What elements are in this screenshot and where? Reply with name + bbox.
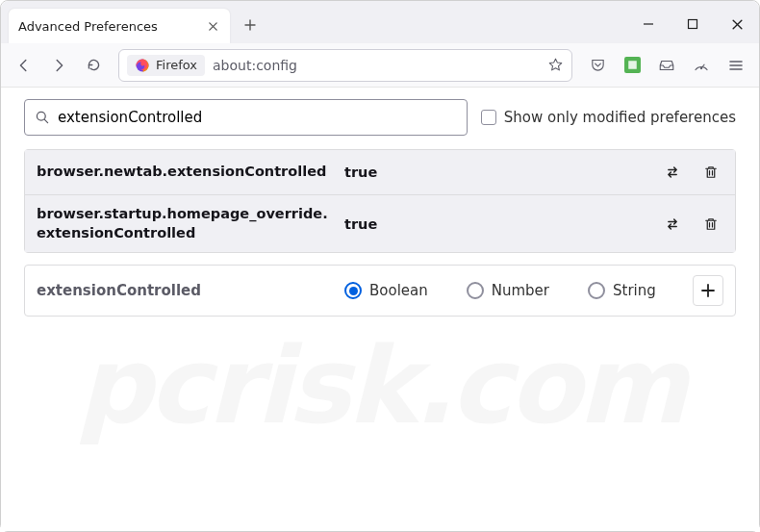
firefox-logo-icon [135, 58, 150, 73]
extension-icon[interactable] [617, 50, 647, 81]
show-modified-checkbox[interactable]: Show only modified preferences [481, 109, 736, 126]
preference-name: browser.newtab.extensionControlled [37, 163, 344, 182]
toolbar-right-icons [582, 50, 751, 81]
new-preference-row: extensionControlled Boolean Number Strin… [24, 265, 736, 317]
checkbox-icon [481, 110, 496, 125]
radio-boolean[interactable]: Boolean [344, 282, 428, 299]
svg-point-5 [37, 112, 45, 120]
identity-pill[interactable]: Firefox [127, 55, 205, 76]
about-config-content: Show only modified preferences browser.n… [1, 88, 759, 531]
new-preference-name: extensionControlled [37, 282, 344, 299]
radio-label: Boolean [369, 282, 428, 299]
close-window-button[interactable] [715, 5, 759, 43]
url-text: about:config [213, 58, 540, 73]
tab-strip: Advanced Preferences [1, 1, 626, 43]
radio-string[interactable]: String [588, 282, 656, 299]
gauge-icon[interactable] [686, 50, 717, 81]
delete-icon[interactable] [698, 212, 723, 237]
inbox-icon[interactable] [651, 50, 682, 81]
window-controls [626, 5, 759, 43]
reload-button[interactable] [78, 50, 109, 81]
preferences-table: browser.newtab.extensionControlled true … [24, 149, 736, 253]
watermark-text: pcrisk.com [76, 342, 684, 432]
preference-row[interactable]: browser.newtab.extensionControlled true [25, 150, 735, 194]
preference-value: true [344, 216, 660, 232]
row-actions [660, 160, 723, 185]
browser-window: Advanced Preferences [0, 0, 760, 532]
forward-button[interactable] [43, 50, 74, 81]
toolbar: Firefox about:config [1, 43, 759, 88]
radio-number[interactable]: Number [467, 282, 549, 299]
search-icon [35, 110, 50, 125]
close-tab-icon[interactable] [205, 18, 220, 34]
delete-icon[interactable] [698, 160, 723, 185]
radio-label: String [613, 282, 656, 299]
maximize-button[interactable] [671, 5, 715, 43]
preference-row[interactable]: browser.startup.homepage_override.extens… [25, 194, 735, 252]
search-input[interactable] [58, 109, 457, 126]
title-bar: Advanced Preferences [1, 1, 759, 43]
radio-icon [344, 282, 362, 299]
search-row: Show only modified preferences [24, 99, 736, 136]
svg-rect-3 [628, 61, 637, 69]
identity-label: Firefox [156, 58, 197, 72]
tab-active[interactable]: Advanced Preferences [9, 9, 230, 43]
minimize-button[interactable] [626, 5, 671, 43]
radio-icon [588, 282, 605, 299]
show-modified-label: Show only modified preferences [504, 109, 736, 126]
add-preference-button[interactable] [693, 275, 723, 306]
svg-rect-0 [689, 20, 697, 29]
toggle-icon[interactable] [660, 160, 685, 185]
radio-label: Number [492, 282, 549, 299]
bookmark-star-icon[interactable] [547, 57, 564, 73]
url-bar[interactable]: Firefox about:config [118, 49, 572, 82]
toggle-icon[interactable] [660, 212, 685, 237]
preference-name: browser.startup.homepage_override.extens… [37, 205, 344, 242]
radio-icon [467, 282, 484, 299]
app-menu-button[interactable] [721, 50, 751, 81]
pocket-icon[interactable] [582, 50, 613, 81]
type-radio-group: Boolean Number String [344, 282, 685, 299]
row-actions [660, 212, 723, 237]
search-box[interactable] [24, 99, 468, 136]
back-button[interactable] [9, 50, 39, 81]
tab-title: Advanced Preferences [18, 19, 197, 34]
preference-value: true [344, 165, 660, 180]
new-tab-button[interactable] [236, 11, 265, 39]
